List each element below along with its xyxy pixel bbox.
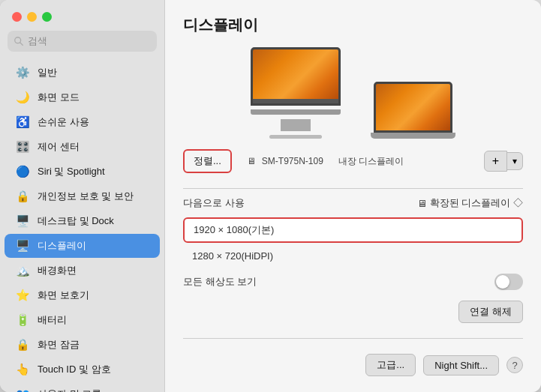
sidebar-item-screensaver[interactable]: ⭐ 화면 보호기	[5, 283, 160, 307]
sidebar-item-label: 일반	[38, 66, 57, 79]
control-center-icon: 🎛️	[15, 139, 30, 154]
arrange-button[interactable]: 정렬...	[183, 149, 232, 173]
displays-icon: 🖥️	[15, 238, 30, 253]
add-dropdown-button[interactable]: ▾	[507, 152, 523, 170]
use-as-display-icon: 🖥	[417, 198, 427, 209]
resolution-label-1: 1280 × 720(HiDPI)	[192, 250, 273, 262]
sidebar-item-desktop-dock[interactable]: 🖥️ 데스크탑 및 Dock	[5, 209, 160, 233]
laptop-monitor	[371, 82, 455, 139]
privacy-icon: 🔒	[15, 189, 30, 204]
sidebar-item-label: 디스플레이	[38, 239, 86, 253]
screen-lock-icon: 🔒	[15, 337, 30, 352]
sidebar-item-label: Touch ID 및 암호	[38, 363, 111, 376]
add-button-group: + ▾	[484, 151, 523, 172]
monitor-chin	[251, 109, 341, 115]
sidebar-item-label: 배경화면	[38, 264, 77, 277]
wallpaper-icon: 🏔️	[15, 263, 30, 278]
sidebar-item-label: 데스크탑 및 Dock	[38, 214, 114, 228]
battery-icon: 🔋	[15, 313, 30, 328]
sidebar-item-label: 화면 잠금	[38, 338, 80, 352]
sidebar-item-label: Siri 및 Spotlight	[38, 165, 105, 178]
sidebar-item-label: 제어 센터	[38, 140, 80, 154]
sidebar-item-control-center[interactable]: 🎛️ 제어 센터	[5, 135, 160, 159]
sidebar-item-label: 사용자 및 그룹	[38, 388, 101, 392]
internal-display-label: 내장 디스플레이	[338, 155, 404, 168]
general-icon: ⚙️	[15, 65, 30, 80]
siri-icon: 🔵	[15, 164, 30, 179]
laptop-body	[371, 133, 455, 139]
sidebar-item-battery[interactable]: 🔋 배터리	[5, 308, 160, 332]
search-icon	[14, 36, 24, 46]
close-button[interactable]	[12, 12, 22, 22]
sidebar-item-label: 개인정보 보호 및 보안	[38, 190, 134, 203]
divider-1	[183, 188, 523, 189]
sidebar: 검색 ⚙️ 일반 🌙 화면 모드 ♿ 손쉬운 사용 🎛️ 제어 센터 🔵 Sir…	[0, 0, 165, 392]
monitors-top	[183, 47, 523, 139]
external-monitor	[251, 47, 341, 139]
desktop-dock-icon: 🖥️	[15, 214, 30, 229]
sidebar-item-label: 화면 보호기	[38, 289, 89, 302]
sidebar-item-screen-lock[interactable]: 🔒 화면 잠금	[5, 333, 160, 357]
resolution-label-0: 1920 × 1080(기본)	[194, 224, 274, 235]
sidebar-item-users[interactable]: 👥 사용자 및 그룹	[5, 382, 160, 392]
monitor-labels: 🖥 SM-T975N-109 내장 디스플레이	[247, 155, 404, 168]
use-as-label: 다음으로 사용	[183, 196, 245, 210]
users-icon: 👥	[15, 387, 30, 392]
traffic-lights	[0, 12, 164, 31]
display-mode-icon: 🌙	[15, 90, 30, 105]
sidebar-item-siri[interactable]: 🔵 Siri 및 Spotlight	[5, 160, 160, 184]
page-title: 디스플레이	[183, 15, 523, 35]
advanced-button[interactable]: 고급...	[365, 354, 416, 376]
disconnect-button[interactable]: 연결 해제	[458, 301, 523, 323]
add-display-button[interactable]: +	[484, 151, 507, 172]
help-button[interactable]: ?	[506, 357, 523, 373]
laptop-screen[interactable]	[374, 82, 452, 133]
external-monitor-screen[interactable]	[251, 47, 341, 106]
sidebar-item-touch-id[interactable]: 👆 Touch ID 및 암호	[5, 358, 160, 382]
show-all-toggle[interactable]	[494, 274, 523, 290]
use-as-row: 다음으로 사용 🖥 확장된 디스플레이 ◇	[183, 196, 523, 210]
use-as-value[interactable]: 🖥 확장된 디스플레이 ◇	[417, 196, 523, 210]
resolution-item-0[interactable]: 1920 × 1080(기본)	[183, 217, 523, 243]
disconnect-row: 연결 해제	[183, 301, 523, 323]
touch-id-icon: 👆	[15, 362, 30, 377]
sidebar-item-label: 화면 모드	[38, 91, 80, 104]
svg-line-1	[20, 43, 23, 46]
external-monitor-icon: 🖥	[247, 156, 256, 166]
divider-2	[183, 338, 523, 339]
sidebar-item-accessibility[interactable]: ♿ 손쉬운 사용	[5, 110, 160, 134]
search-bar[interactable]: 검색	[8, 31, 157, 52]
system-preferences-window: 검색 ⚙️ 일반 🌙 화면 모드 ♿ 손쉬운 사용 🎛️ 제어 센터 🔵 Sir…	[0, 0, 541, 392]
show-all-label: 모든 해상도 보기	[183, 275, 257, 289]
sidebar-item-wallpaper[interactable]: 🏔️ 배경화면	[5, 259, 160, 283]
external-monitor-label: SM-T975N-109	[262, 156, 323, 166]
night-shift-button[interactable]: Night Shift...	[423, 355, 499, 376]
monitor-base	[269, 135, 322, 139]
screensaver-icon: ⭐	[15, 288, 30, 303]
show-all-resolutions-row: 모든 해상도 보기	[183, 274, 523, 290]
sidebar-item-display-mode[interactable]: 🌙 화면 모드	[5, 85, 160, 109]
search-placeholder: 검색	[28, 34, 47, 48]
sidebar-item-label: 손쉬운 사용	[38, 115, 89, 129]
monitor-neck	[281, 119, 311, 131]
accessibility-icon: ♿	[15, 115, 30, 130]
maximize-button[interactable]	[42, 12, 52, 22]
minimize-button[interactable]	[27, 12, 37, 22]
bottom-bar: 고급... Night Shift... ?	[183, 354, 523, 376]
resolution-item-1[interactable]: 1280 × 720(HiDPI)	[183, 246, 523, 266]
content-area: 디스플레이 정렬... 🖥 SM-T975N-109 내장	[165, 0, 541, 392]
sidebar-item-displays[interactable]: 🖥️ 디스플레이	[5, 234, 160, 258]
sidebar-item-general[interactable]: ⚙️ 일반	[5, 61, 160, 85]
sidebar-item-label: 배터리	[38, 313, 67, 327]
resolution-list: 1920 × 1080(기본) 1280 × 720(HiDPI)	[183, 217, 523, 266]
sidebar-item-privacy[interactable]: 🔒 개인정보 보호 및 보안	[5, 184, 160, 208]
monitors-controls-row: 정렬... 🖥 SM-T975N-109 내장 디스플레이 + ▾	[183, 149, 523, 173]
